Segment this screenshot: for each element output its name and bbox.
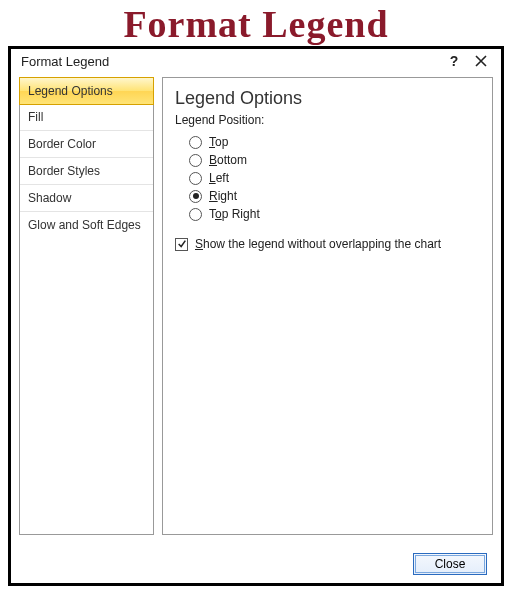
radio-label-bottom: Bottom (209, 153, 247, 167)
help-button[interactable]: ? (445, 53, 463, 69)
close-button[interactable]: Close (413, 553, 487, 575)
radio-label-right: Right (209, 189, 237, 203)
radio-bottom[interactable] (189, 154, 202, 167)
radio-label-left: Left (209, 171, 229, 185)
radio-topright[interactable] (189, 208, 202, 221)
nav-item-border-styles[interactable]: Border Styles (20, 158, 153, 185)
position-left[interactable]: Left (189, 169, 480, 187)
close-icon[interactable] (463, 55, 491, 67)
category-nav: Legend OptionsFillBorder ColorBorder Sty… (19, 77, 154, 535)
overlap-label: Show the legend without overlapping the … (195, 237, 441, 251)
position-right[interactable]: Right (189, 187, 480, 205)
position-top[interactable]: Top (189, 133, 480, 151)
nav-item-border-color[interactable]: Border Color (20, 131, 153, 158)
nav-item-legend-options[interactable]: Legend Options (19, 77, 154, 105)
radio-right[interactable] (189, 190, 202, 203)
position-bottom[interactable]: Bottom (189, 151, 480, 169)
page-heading: Format Legend (0, 0, 512, 46)
dialog-title: Format Legend (21, 54, 445, 69)
overlap-checkbox[interactable] (175, 238, 188, 251)
radio-left[interactable] (189, 172, 202, 185)
pane-subhead: Legend Position: (175, 113, 480, 127)
dialog-body: Legend OptionsFillBorder ColorBorder Sty… (11, 73, 501, 581)
radio-label-topright: Top Right (209, 207, 260, 221)
overlap-checkbox-row[interactable]: Show the legend without overlapping the … (175, 235, 480, 253)
dialog-window: Format Legend ? Legend OptionsFillBorder… (8, 46, 504, 586)
nav-item-glow-and-soft-edges[interactable]: Glow and Soft Edges (20, 212, 153, 238)
pane-heading: Legend Options (175, 88, 480, 109)
options-pane: Legend Options Legend Position: TopBotto… (162, 77, 493, 535)
titlebar: Format Legend ? (11, 49, 501, 73)
position-topright[interactable]: Top Right (189, 205, 480, 223)
nav-item-fill[interactable]: Fill (20, 104, 153, 131)
dialog-footer: Close (413, 553, 487, 575)
radio-top[interactable] (189, 136, 202, 149)
radio-label-top: Top (209, 135, 228, 149)
nav-item-shadow[interactable]: Shadow (20, 185, 153, 212)
position-radio-group: TopBottomLeftRightTop Right (175, 133, 480, 223)
